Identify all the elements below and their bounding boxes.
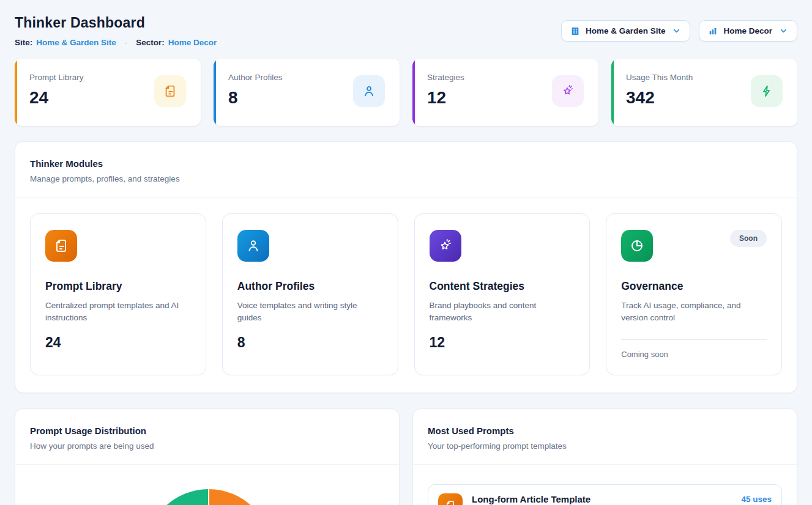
prompt-list-item[interactable]: Long-form Article Template Content Gener… <box>428 484 782 505</box>
soon-badge: Soon <box>730 230 767 247</box>
module-card-prompt-library[interactable]: Prompt Library Centralized prompt templa… <box>30 213 206 375</box>
stat-label: Author Profiles <box>228 73 283 82</box>
coming-soon-text: Coming soon <box>621 350 767 359</box>
site-label: Site: <box>15 38 32 47</box>
module-title: Content Strategies <box>430 280 575 293</box>
sector-selector-label: Home Decor <box>723 26 772 35</box>
stat-label: Prompt Library <box>29 73 84 82</box>
module-description: Brand playbooks and content frameworks <box>430 300 575 325</box>
prompt-uses-count: 45 uses <box>741 493 772 504</box>
user-icon <box>353 75 385 107</box>
dashboard-page: Thinker Dashboard Site: Home & Garden Si… <box>0 0 812 505</box>
usage-panel-subtitle: How your prompts are being used <box>30 441 384 451</box>
pie-chart-icon <box>621 230 653 262</box>
chevron-down-icon <box>672 26 681 35</box>
module-title: Governance <box>621 280 767 293</box>
sector-link[interactable]: Home Decor <box>168 38 217 47</box>
thinker-modules-panel: Thinker Modules Manage prompts, profiles… <box>15 141 797 393</box>
document-icon <box>438 493 463 505</box>
bar-chart-icon <box>708 26 718 36</box>
module-description: Track AI usage, compliance, and version … <box>621 300 767 325</box>
building-icon <box>570 26 580 36</box>
stat-label: Usage This Month <box>626 73 693 82</box>
usage-panel-title: Prompt Usage Distribution <box>30 426 384 436</box>
stat-card-prompt-library: Prompt Library 24 <box>15 59 201 126</box>
module-description: Centralized prompt templates and AI inst… <box>45 300 191 325</box>
prompts-panel-subtitle: Your top-performing prompt templates <box>428 441 782 451</box>
stat-card-author-profiles: Author Profiles 8 <box>214 59 400 126</box>
prompts-panel-title: Most Used Prompts <box>428 426 782 436</box>
stat-label: Strategies <box>427 73 464 82</box>
stat-value: 8 <box>228 88 283 108</box>
module-card-author-profiles[interactable]: Author Profiles Voice templates and writ… <box>222 213 398 375</box>
document-icon <box>45 230 77 262</box>
stat-card-strategies: Strategies 12 <box>412 59 598 126</box>
module-card-governance[interactable]: Soon Governance Track AI usage, complian… <box>606 213 782 375</box>
stat-card-usage: Usage This Month 342 <box>611 59 797 126</box>
module-title: Author Profiles <box>237 280 383 293</box>
most-used-prompts-panel: Most Used Prompts Your top-performing pr… <box>412 408 797 505</box>
divider <box>621 339 767 340</box>
bolt-icon <box>751 75 783 107</box>
module-count: 8 <box>237 334 383 351</box>
module-count: 24 <box>45 334 191 351</box>
header-controls: Home & Garden Site Home Decor <box>561 20 797 42</box>
donut-chart-area: 15% <box>15 465 399 505</box>
site-link[interactable]: Home & Garden Site <box>36 38 116 47</box>
user-icon <box>237 230 269 262</box>
bottom-row: Prompt Usage Distribution How your promp… <box>15 408 797 505</box>
stats-row: Prompt Library 24 Author Profiles 8 Stra… <box>15 59 797 126</box>
chevron-down-icon <box>779 26 788 35</box>
module-description: Voice templates and writing style guides <box>237 300 383 325</box>
header: Thinker Dashboard Site: Home & Garden Si… <box>15 15 797 47</box>
sparkle-star-icon <box>430 230 461 262</box>
prompt-usage-panel: Prompt Usage Distribution How your promp… <box>15 408 400 505</box>
prompt-title: Long-form Article Template <box>472 493 592 504</box>
modules-panel-title: Thinker Modules <box>30 158 782 169</box>
sector-selector-dropdown[interactable]: Home Decor <box>699 20 797 42</box>
modules-panel-subtitle: Manage prompts, profiles, and strategies <box>30 174 782 183</box>
module-count: 12 <box>430 334 575 351</box>
module-title: Prompt Library <box>45 280 191 293</box>
site-selector-dropdown[interactable]: Home & Garden Site <box>561 20 691 42</box>
module-card-content-strategies[interactable]: Content Strategies Brand playbooks and c… <box>414 213 590 375</box>
site-selector-label: Home & Garden Site <box>586 26 666 35</box>
modules-grid: Prompt Library Centralized prompt templa… <box>15 197 797 393</box>
prompt-list: Long-form Article Template Content Gener… <box>413 465 797 505</box>
sparkle-star-icon <box>552 75 584 107</box>
stat-value: 24 <box>29 88 84 108</box>
meta-separator: · <box>125 38 128 47</box>
sector-label: Sector: <box>136 38 165 47</box>
stat-value: 342 <box>626 88 693 108</box>
document-icon <box>154 75 186 107</box>
donut-chart[interactable]: 15% <box>146 489 272 505</box>
donut-segment-separator <box>208 489 209 505</box>
stat-value: 12 <box>427 88 464 108</box>
